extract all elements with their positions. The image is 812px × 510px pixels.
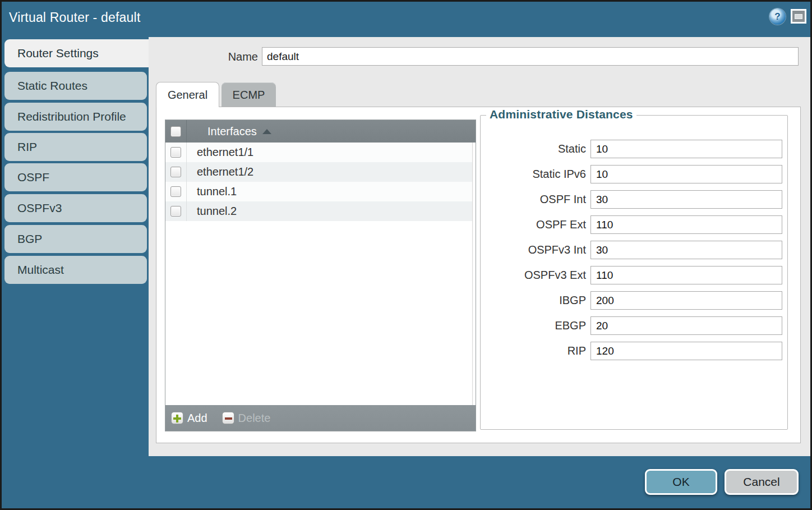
field-row: Static IPv6 [481, 165, 787, 183]
sidebar-item-static-routes[interactable]: Static Routes [4, 72, 147, 100]
sidebar-item-label: Multicast [17, 263, 64, 277]
table-row[interactable]: tunnel.2 [165, 201, 476, 221]
field-row: OSPFv3 Int [481, 241, 787, 259]
sort-ascending-icon[interactable] [262, 129, 271, 134]
field-row: Static [481, 140, 787, 158]
add-button[interactable]: Add [171, 412, 207, 425]
sidebar-item-label: RIP [17, 140, 37, 154]
sidebar: Router Settings Static Routes Redistribu… [2, 37, 149, 508]
ok-button[interactable]: OK [645, 469, 717, 495]
interface-name: tunnel.1 [197, 185, 237, 198]
tab-label: ECMP [233, 89, 265, 102]
tab-general[interactable]: General [156, 82, 219, 107]
rip-input[interactable] [590, 342, 782, 360]
ibgp-input[interactable] [590, 291, 782, 310]
sidebar-item-label: OSPFv3 [17, 201, 62, 215]
ibgp-label: IBGP [481, 294, 586, 307]
dialog-title: Virtual Router - default [9, 10, 141, 25]
delete-minus-icon [222, 412, 234, 424]
administrative-distances-group: Administrative Distances Static Static I… [480, 115, 788, 430]
window-restore-icon[interactable] [791, 9, 806, 24]
delete-button[interactable]: Delete [222, 412, 271, 425]
ospf-int-label: OSPF Int [481, 193, 586, 206]
interfaces-column-header: Interfaces [207, 125, 257, 138]
static-ipv6-label: Static IPv6 [481, 168, 586, 181]
ospf-ext-input[interactable] [590, 215, 782, 234]
add-plus-icon [171, 412, 183, 424]
table-row[interactable]: ethernet1/2 [165, 162, 476, 182]
field-row: EBGP [481, 316, 787, 335]
ospfv3-int-input[interactable] [590, 241, 782, 259]
field-row: OSPF Ext [481, 215, 787, 234]
help-icon[interactable]: ? [769, 8, 786, 25]
select-all-checkbox[interactable] [170, 126, 181, 137]
ospfv3-ext-label: OSPFv3 Ext [481, 269, 586, 282]
sidebar-item-multicast[interactable]: Multicast [4, 256, 147, 284]
row-checkbox[interactable] [170, 147, 181, 158]
row-checkbox[interactable] [170, 167, 181, 177]
add-button-label: Add [187, 412, 207, 425]
rip-label: RIP [481, 344, 586, 357]
row-checkbox[interactable] [170, 206, 181, 217]
help-glyph: ? [774, 11, 780, 22]
static-ipv6-input[interactable] [590, 165, 782, 183]
name-input[interactable] [262, 47, 799, 66]
delete-button-label: Delete [238, 412, 271, 425]
field-row: RIP [481, 342, 787, 360]
column-divider [186, 120, 187, 143]
sidebar-item-redistribution-profile[interactable]: Redistribution Profile [4, 103, 147, 131]
interface-name: ethernet1/1 [197, 146, 253, 159]
sidebar-item-label: Router Settings [17, 47, 99, 60]
sidebar-item-ospf[interactable]: OSPF [4, 163, 147, 191]
interfaces-table: Interfaces ethernet1/1 ethernet1/2 tunne… [165, 120, 476, 431]
sidebar-item-label: BGP [17, 232, 42, 246]
field-row: IBGP [481, 291, 787, 310]
ospf-ext-label: OSPF Ext [481, 218, 586, 231]
interfaces-table-body: ethernet1/1 ethernet1/2 tunnel.1 tunnel.… [165, 143, 476, 405]
virtual-router-dialog: Virtual Router - default ? Router Settin… [0, 0, 812, 510]
sidebar-item-label: Redistribution Profile [17, 110, 126, 123]
table-row[interactable]: tunnel.1 [165, 182, 476, 201]
ok-button-label: OK [672, 475, 689, 489]
sidebar-item-label: Static Routes [17, 79, 87, 93]
field-row: OSPF Int [481, 190, 787, 209]
table-scrollbar[interactable] [472, 143, 476, 405]
tab-label: General [168, 89, 207, 102]
interface-name: tunnel.2 [197, 205, 237, 218]
static-label: Static [481, 143, 586, 155]
ospfv3-ext-input[interactable] [590, 266, 782, 284]
ebgp-label: EBGP [481, 319, 586, 332]
cancel-button-label: Cancel [743, 475, 779, 489]
general-tab-panel: Interfaces ethernet1/1 ethernet1/2 tunne… [156, 107, 801, 443]
tab-ecmp[interactable]: ECMP [222, 82, 276, 107]
interfaces-table-header[interactable]: Interfaces [165, 120, 476, 143]
static-input[interactable] [590, 140, 782, 158]
interface-name: ethernet1/2 [197, 166, 253, 178]
sidebar-item-bgp[interactable]: BGP [4, 225, 147, 253]
sidebar-item-ospfv3[interactable]: OSPFv3 [4, 194, 147, 222]
interfaces-table-footer: Add Delete [165, 405, 476, 431]
ebgp-input[interactable] [590, 316, 782, 335]
group-title: Administrative Distances [486, 108, 636, 121]
ospf-int-input[interactable] [590, 190, 782, 209]
field-row: OSPFv3 Ext [481, 266, 787, 284]
sidebar-item-label: OSPF [17, 171, 49, 184]
sidebar-item-router-settings[interactable]: Router Settings [4, 39, 150, 67]
table-row[interactable]: ethernet1/1 [165, 143, 476, 162]
sidebar-item-rip[interactable]: RIP [4, 133, 147, 161]
cancel-button[interactable]: Cancel [725, 469, 799, 495]
row-checkbox[interactable] [170, 186, 181, 197]
ospfv3-int-label: OSPFv3 Int [481, 243, 586, 256]
name-label: Name [185, 50, 258, 63]
